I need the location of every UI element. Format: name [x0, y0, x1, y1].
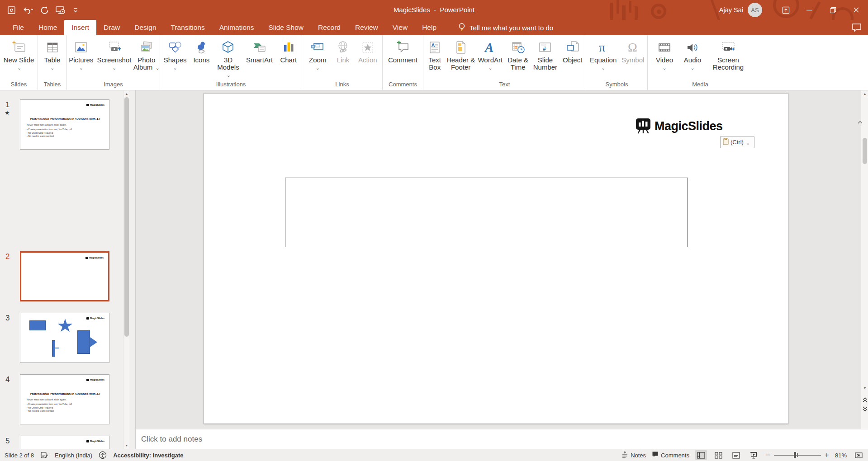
tab-insert[interactable]: Insert — [64, 20, 96, 35]
notes-placeholder[interactable]: Click to add notes — [141, 435, 202, 444]
slide-thumbnail-3[interactable]: MagicSlides — [20, 313, 109, 363]
wordart-button[interactable]: A WordArt — [476, 38, 505, 71]
view-normal-button[interactable] — [695, 450, 707, 460]
pictures-button[interactable]: Pictures — [67, 38, 95, 71]
tab-animations[interactable]: Animations — [212, 20, 261, 35]
close-button[interactable] — [844, 0, 868, 20]
tab-view[interactable]: View — [385, 20, 415, 35]
tab-help[interactable]: Help — [415, 20, 444, 35]
scroll-down-icon[interactable] — [123, 442, 130, 448]
slide-number-2[interactable]: 2 — [5, 252, 9, 261]
lightbulb-icon — [458, 23, 465, 33]
slide-number-3[interactable]: 3 — [5, 314, 9, 323]
previous-slide-button[interactable] — [861, 396, 868, 404]
screen-recording-button[interactable]: Screen Recording — [709, 38, 747, 71]
tab-transitions[interactable]: Transitions — [164, 20, 212, 35]
slide-number-4[interactable]: 4 — [5, 375, 9, 384]
save-button[interactable] — [7, 6, 16, 14]
paste-options-button[interactable]: (Ctrl) — [720, 136, 754, 148]
shapes-button[interactable]: Shapes — [161, 38, 189, 71]
view-reading-button[interactable] — [730, 450, 742, 460]
audio-button[interactable]: Audio — [681, 38, 704, 71]
ribbon-display-options-button[interactable] — [774, 0, 797, 20]
collapse-ribbon-button[interactable] — [858, 118, 863, 126]
scroll-up-icon[interactable] — [862, 91, 868, 97]
comments-toggle[interactable]: Comments — [652, 451, 689, 459]
animation-star-icon[interactable] — [5, 108, 10, 117]
svg-text:A: A — [432, 42, 435, 48]
account-avatar[interactable]: AS — [748, 3, 762, 17]
svg-text:A: A — [484, 40, 493, 55]
slide-number-button[interactable]: # Slide Number — [531, 38, 559, 71]
scroll-up-icon[interactable] — [123, 91, 130, 97]
slide-thumbnail-4[interactable]: MagicSlides Professional Presentations i… — [20, 374, 109, 424]
object-button[interactable]: Object — [560, 38, 585, 64]
chevron-down-icon — [656, 64, 673, 71]
slide-thumbnail-2[interactable]: MagicSlides — [20, 251, 109, 301]
slide-thumbnail-5[interactable]: MagicSlides Professional Presentations i… — [20, 436, 109, 449]
view-slide-sorter-button[interactable] — [713, 450, 725, 460]
minimize-button[interactable] — [797, 0, 821, 20]
comment-button[interactable]: Comment — [385, 38, 421, 64]
photo-album-button[interactable]: Photo Album — [133, 38, 160, 71]
zoom-button[interactable]: Zoom — [305, 38, 330, 71]
tell-me-search[interactable]: Tell me what you want to do — [458, 20, 553, 35]
3d-models-button[interactable]: 3D Models — [214, 38, 242, 78]
start-from-beginning-button[interactable] — [56, 6, 66, 14]
zoom-out-button[interactable]: − — [766, 451, 770, 459]
tab-home[interactable]: Home — [31, 20, 64, 35]
main-scrollbar[interactable] — [861, 90, 868, 429]
window-title: MagicSlides - PowerPoint — [394, 0, 474, 20]
header-footer-button[interactable]: Header & Footer — [446, 38, 475, 71]
comments-bubble-icon[interactable] — [852, 23, 862, 34]
chart-button[interactable]: Chart — [277, 38, 300, 64]
video-button[interactable]: Video — [653, 38, 676, 71]
language-button[interactable]: English (India) — [55, 452, 92, 459]
next-slide-button[interactable] — [861, 405, 868, 413]
account-name[interactable]: Ajay Sai — [719, 6, 743, 14]
accessibility-status[interactable]: Accessibility: Investigate — [113, 452, 183, 459]
slide-number-5[interactable]: 5 — [5, 437, 9, 446]
restore-button[interactable] — [821, 0, 844, 20]
empty-text-placeholder[interactable] — [285, 178, 688, 247]
scroll-down-icon[interactable] — [862, 385, 868, 391]
slide-thumbnail-1[interactable]: MagicSlides Professional Presentations i… — [20, 99, 109, 150]
spellcheck-icon[interactable] — [40, 451, 48, 459]
zoom-percentage[interactable]: 81% — [835, 452, 847, 459]
zoom-in-button[interactable]: + — [825, 451, 829, 459]
tick-shape — [55, 348, 59, 348]
new-slide-button[interactable]: New Slide — [4, 38, 34, 71]
tab-design[interactable]: Design — [127, 20, 163, 35]
screenshot-button[interactable]: Screenshot — [95, 38, 133, 71]
tab-file[interactable]: File — [5, 20, 31, 35]
notes-toggle[interactable]: Notes — [621, 451, 646, 459]
zoom-slider[interactable] — [774, 452, 821, 458]
slide-number-1[interactable]: 1 — [5, 100, 9, 109]
zoom-slider-thumb[interactable] — [794, 452, 796, 458]
text-box-button[interactable]: A Text Box — [424, 38, 446, 71]
main-scrollbar-thumb[interactable] — [863, 138, 867, 164]
thumbnail-scrollbar-thumb[interactable] — [124, 97, 129, 337]
slide-indicator[interactable]: Slide 2 of 8 — [5, 452, 34, 459]
tab-record[interactable]: Record — [311, 20, 348, 35]
view-slideshow-button[interactable] — [748, 450, 760, 460]
icons-button[interactable]: Icons — [190, 38, 213, 64]
tab-draw[interactable]: Draw — [96, 20, 127, 35]
accessibility-icon[interactable] — [99, 451, 107, 459]
action-button: Action — [356, 38, 379, 64]
date-time-button[interactable]: Date & Time — [505, 38, 531, 71]
table-button[interactable]: Table — [40, 38, 65, 71]
slide-editing-area[interactable]: MagicSlides (Ctrl) — [204, 93, 788, 424]
svg-text:Ω: Ω — [628, 40, 637, 54]
fit-slide-button[interactable] — [853, 450, 864, 460]
repeat-button[interactable] — [40, 6, 48, 14]
notes-pane[interactable]: Click to add notes — [136, 429, 868, 449]
status-bar: Slide 2 of 8 English (India) Accessibili… — [0, 449, 868, 461]
tab-slide-show[interactable]: Slide Show — [261, 20, 311, 35]
tab-review[interactable]: Review — [348, 20, 385, 35]
undo-button[interactable] — [23, 6, 33, 14]
customize-qat-button[interactable] — [73, 7, 78, 13]
smartart-button[interactable]: SmartArt — [244, 38, 275, 64]
thumbnail-scrollbar[interactable] — [123, 90, 129, 449]
equation-button[interactable]: π Equation — [588, 38, 619, 71]
